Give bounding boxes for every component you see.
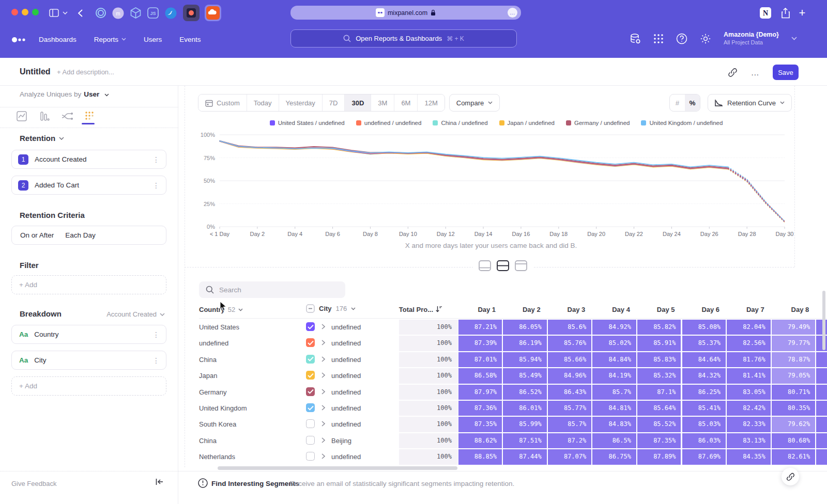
range-6m[interactable]: 6M <box>394 94 418 111</box>
breakdown-country[interactable]: Aa Country ⋮ <box>11 325 166 344</box>
city-column-header[interactable]: City 176 <box>306 304 356 313</box>
legend-item[interactable]: United Kingdom / undefined <box>641 120 723 126</box>
apps-grid-icon[interactable] <box>653 34 664 44</box>
chart-type-dropdown[interactable]: Retention Curve <box>708 94 792 112</box>
retention-cell[interactable]: 85.64% <box>637 401 681 416</box>
retention-cell[interactable]: 85.02% <box>592 336 636 351</box>
retention-cell[interactable]: 79.62% <box>772 417 816 432</box>
retention-cell[interactable]: 78.87% <box>772 352 816 367</box>
extension-target-icon[interactable] <box>94 6 108 20</box>
retention-cell[interactable]: 86.19% <box>503 336 547 351</box>
retention-cell[interactable]: 87.07% <box>548 449 592 464</box>
nav-link-users[interactable]: Users <box>144 32 162 46</box>
retention-cell[interactable]: 79.05% <box>772 368 816 383</box>
criteria-each-day[interactable]: Each Day <box>65 231 96 239</box>
retention-criteria-card[interactable]: On or After Each Day <box>11 226 166 245</box>
split-view-button[interactable] <box>496 259 510 272</box>
retention-cell[interactable]: 86.05% <box>503 320 547 335</box>
table-only-view-button[interactable] <box>514 259 528 272</box>
criteria-on-or-after[interactable]: On or After <box>20 231 54 239</box>
row-expand-icon[interactable] <box>321 453 325 459</box>
more-options-icon[interactable]: ... <box>751 68 759 77</box>
nav-link-reports[interactable]: Reports <box>94 32 126 46</box>
row-checkbox-checked[interactable] <box>306 387 315 396</box>
retention-cell[interactable]: 85.76% <box>548 336 592 351</box>
address-bar[interactable]: mixpanel.com ... <box>290 6 521 20</box>
retention-cell[interactable]: 87.69% <box>682 449 726 464</box>
retention-cell[interactable]: 85.41% <box>682 401 726 416</box>
retention-cell[interactable]: 80.68% <box>772 433 816 448</box>
retention-cell[interactable]: 84.83% <box>592 417 636 432</box>
retention-cell[interactable]: 85.03% <box>682 417 726 432</box>
count-toggle[interactable]: # <box>670 94 685 111</box>
extension-avatar-icon[interactable]: m <box>111 6 125 20</box>
retention-cell[interactable]: 87.36% <box>458 401 502 416</box>
save-button[interactable]: Save <box>773 65 799 80</box>
retention-cell[interactable]: 85.77% <box>548 401 592 416</box>
tab-retention[interactable] <box>84 109 96 123</box>
range-30d[interactable]: 30D <box>345 94 371 111</box>
legend-item[interactable]: United States / undefined <box>270 120 345 126</box>
retention-cell[interactable]: 86.58% <box>458 368 502 383</box>
step-1-menu-icon[interactable]: ⋮ <box>152 155 160 164</box>
breakdown-add-button[interactable]: + Add <box>11 376 166 396</box>
analyze-value[interactable]: User <box>84 90 99 98</box>
range-yesterday[interactable]: Yesterday <box>279 94 323 111</box>
retention-cell[interactable]: 84.19% <box>592 368 636 383</box>
retention-cell[interactable]: 85.6% <box>548 320 592 335</box>
collapse-sidebar-icon[interactable] <box>156 478 163 485</box>
retention-cell[interactable]: 87.39% <box>458 336 502 351</box>
step-2-menu-icon[interactable]: ⋮ <box>152 181 160 190</box>
retention-cell-clipped[interactable] <box>816 417 827 432</box>
day-column-header[interactable]: Day 2 <box>503 306 541 313</box>
retention-cell[interactable]: 87.01% <box>458 352 502 367</box>
filter-add-button[interactable]: + Add <box>11 275 166 294</box>
event-step-1[interactable]: 1 Account Created ⋮ <box>11 150 166 169</box>
retention-section-header[interactable]: Retention <box>20 134 64 143</box>
retention-cell[interactable]: 88.85% <box>458 449 502 464</box>
retention-cell[interactable]: 84.32% <box>682 368 726 383</box>
legend-item[interactable]: undefined / undefined <box>356 120 422 126</box>
extension-record-tile-icon[interactable] <box>183 5 200 21</box>
global-search-button[interactable]: Open Reports & Dashboards ⌘ + K <box>290 29 517 48</box>
vertical-scrollbar[interactable] <box>822 291 825 350</box>
extension-bird-icon[interactable] <box>164 6 177 20</box>
retention-cell[interactable]: 85.49% <box>503 368 547 383</box>
retention-cell[interactable]: 87.97% <box>458 385 502 400</box>
compare-button[interactable]: Compare <box>449 94 500 112</box>
retention-cell[interactable]: 86.52% <box>503 385 547 400</box>
analyze-uniques-row[interactable]: Analyze Uniques byUser <box>20 90 109 98</box>
retention-cell[interactable]: 80.71% <box>772 385 816 400</box>
row-expand-icon[interactable] <box>321 405 325 411</box>
retention-cell[interactable]: 87.35% <box>458 417 502 432</box>
table-search-input[interactable]: Search <box>199 281 345 298</box>
notion-extension-icon[interactable]: N <box>759 6 772 20</box>
settings-gear-icon[interactable] <box>700 33 711 44</box>
retention-cell[interactable]: 82.33% <box>727 417 771 432</box>
retention-cell[interactable]: 86.75% <box>592 449 636 464</box>
tab-funnels[interactable] <box>38 109 51 123</box>
day-column-header[interactable]: Day 7 <box>727 306 764 313</box>
retention-cell[interactable]: 85.99% <box>503 417 547 432</box>
event-step-2[interactable]: 2 Added To Cart ⋮ <box>11 176 166 195</box>
retention-cell[interactable]: 86.25% <box>682 385 726 400</box>
extension-js-icon[interactable]: JS <box>146 6 160 20</box>
retention-cell[interactable]: 85.94% <box>503 352 547 367</box>
retention-cell[interactable]: 82.61% <box>772 449 816 464</box>
row-checkbox-checked[interactable] <box>306 371 315 380</box>
chart-only-view-button[interactable] <box>478 259 492 272</box>
find-interesting-segments-button[interactable]: Find Interesting Segments <box>211 480 299 487</box>
address-options-icon[interactable]: ... <box>508 8 517 18</box>
day-column-header[interactable]: Day 8 <box>772 306 809 313</box>
new-tab-icon[interactable]: + <box>796 6 808 20</box>
range-custom[interactable]: Custom <box>198 94 247 111</box>
retention-cell[interactable]: 86.03% <box>682 433 726 448</box>
sidebar-toggle-icon[interactable] <box>48 6 60 20</box>
row-checkbox-checked[interactable] <box>306 355 315 364</box>
range-7d[interactable]: 7D <box>323 94 345 111</box>
horizontal-scrollbar[interactable] <box>218 466 457 470</box>
give-feedback-link[interactable]: Give Feedback <box>11 480 56 487</box>
retention-cell-clipped[interactable] <box>816 433 827 448</box>
retention-cell[interactable]: 87.35% <box>637 433 681 448</box>
breakdown-city[interactable]: Aa City ⋮ <box>11 351 166 370</box>
